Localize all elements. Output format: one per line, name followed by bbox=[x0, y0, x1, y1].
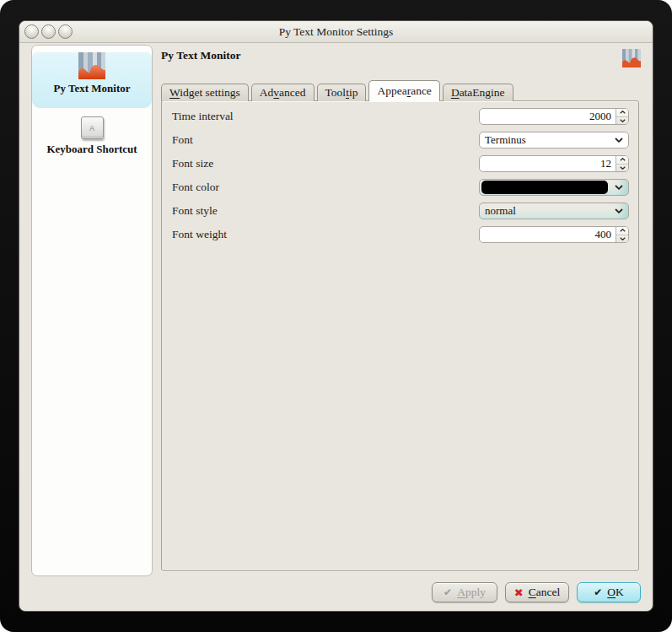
keycap-letter: A bbox=[89, 124, 94, 132]
font-size-value[interactable]: 12 bbox=[480, 156, 616, 171]
font-style-combobox[interactable]: normal bbox=[479, 203, 629, 219]
spin-up-button[interactable] bbox=[616, 156, 628, 164]
plasma-widget-icon bbox=[78, 52, 105, 79]
font-weight-value[interactable]: 400 bbox=[480, 227, 616, 242]
chevron-down-icon bbox=[615, 208, 623, 213]
check-icon: ✔ bbox=[594, 586, 602, 598]
sidebar-item-py-text-monitor[interactable]: Py Text Monitor bbox=[32, 52, 152, 108]
spin-up-button[interactable] bbox=[616, 227, 628, 235]
time-interval-spinbox[interactable]: 2000 bbox=[479, 108, 629, 125]
spin-up-button[interactable] bbox=[616, 109, 628, 116]
font-label: Font bbox=[172, 133, 193, 147]
tab-content-pane: Time interval 2000 Font Terminus Font s bbox=[161, 100, 639, 571]
form-row-font-weight: Font weight 400 bbox=[172, 226, 629, 243]
tab-advanced[interactable]: Advanced bbox=[251, 84, 314, 101]
spin-buttons bbox=[616, 227, 628, 242]
dialog-button-row: ✔ Apply ✖ Cancel ✔ OK bbox=[19, 582, 641, 602]
window-title: Py Text Monitor Settings bbox=[19, 21, 653, 43]
time-interval-value[interactable]: 2000 bbox=[480, 109, 616, 124]
color-swatch bbox=[481, 181, 608, 194]
window-outer-frame: Py Text Monitor Settings bbox=[0, 0, 672, 632]
sidebar: Py Text Monitor A Keyboard Shortcut bbox=[31, 45, 153, 576]
tab-appearance[interactable]: Appearance bbox=[368, 80, 439, 101]
spin-down-button[interactable] bbox=[616, 235, 628, 243]
font-size-label: Font size bbox=[172, 157, 213, 170]
form-row-font-style: Font style normal bbox=[172, 203, 629, 219]
chevron-down-icon bbox=[615, 138, 623, 143]
form-row-font: Font Terminus bbox=[172, 132, 629, 149]
font-weight-label: Font weight bbox=[172, 228, 227, 241]
chevron-down-icon bbox=[615, 185, 623, 190]
spin-buttons bbox=[616, 109, 628, 124]
tab-tooltip[interactable]: Tooltip bbox=[317, 84, 367, 101]
spin-down-button[interactable] bbox=[616, 116, 628, 125]
page-title: Py Text Monitor bbox=[161, 49, 241, 62]
ok-button[interactable]: ✔ OK bbox=[577, 582, 641, 602]
titlebar: Py Text Monitor Settings bbox=[19, 21, 653, 43]
form-row-time-interval: Time interval 2000 bbox=[172, 108, 629, 125]
tab-strip: Widget settings Advanced Tooltip Appeara… bbox=[161, 80, 516, 101]
sidebar-item-label: Keyboard Shortcut bbox=[32, 143, 152, 156]
font-weight-spinbox[interactable]: 400 bbox=[479, 226, 629, 243]
settings-dialog: Py Text Monitor Settings bbox=[19, 20, 653, 612]
font-value: Terminus bbox=[485, 133, 526, 147]
cross-icon: ✖ bbox=[514, 586, 524, 599]
font-combobox[interactable]: Terminus bbox=[479, 132, 629, 149]
form-row-font-color: Font color bbox=[172, 179, 629, 196]
tab-dataengine[interactable]: DataEngine bbox=[443, 84, 513, 101]
font-size-spinbox[interactable]: 12 bbox=[479, 155, 629, 172]
cancel-button[interactable]: ✖ Cancel bbox=[505, 582, 569, 602]
sidebar-item-label: Py Text Monitor bbox=[32, 82, 152, 95]
spin-down-button[interactable] bbox=[616, 164, 628, 172]
font-color-combobox[interactable] bbox=[479, 179, 629, 196]
font-style-value: normal bbox=[485, 204, 516, 218]
apply-button[interactable]: ✔ Apply bbox=[432, 582, 497, 602]
form-row-font-size: Font size 12 bbox=[172, 155, 629, 172]
spin-buttons bbox=[616, 156, 628, 171]
font-color-label: Font color bbox=[172, 181, 219, 194]
font-style-label: Font style bbox=[172, 204, 218, 218]
time-interval-label: Time interval bbox=[172, 110, 234, 123]
sidebar-item-keyboard-shortcut[interactable]: A Keyboard Shortcut bbox=[32, 116, 152, 156]
plasma-widget-icon-small bbox=[622, 49, 641, 68]
keyboard-key-icon: A bbox=[81, 116, 104, 139]
check-icon: ✔ bbox=[444, 586, 452, 598]
tab-widget-settings[interactable]: Widget settings bbox=[161, 84, 249, 101]
